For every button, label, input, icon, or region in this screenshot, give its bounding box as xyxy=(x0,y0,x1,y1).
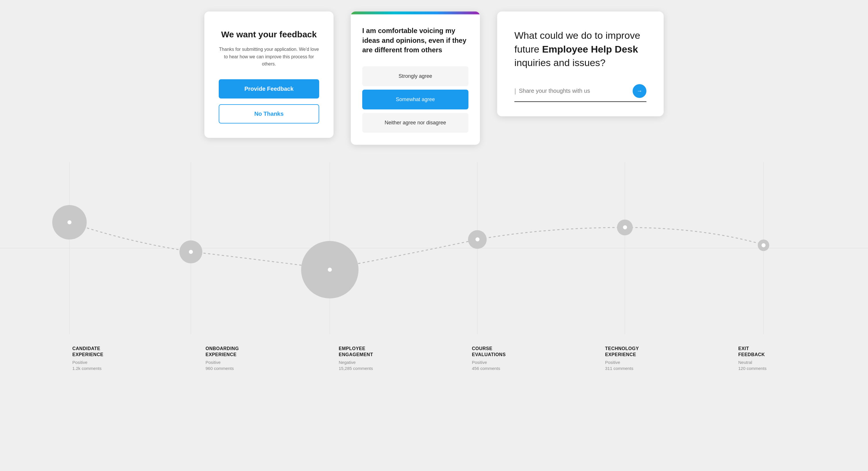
survey-card: I am comfortable voicing my ideas and op… xyxy=(351,11,480,145)
arrow-right-icon: → xyxy=(637,88,642,94)
survey-question: I am comfortable voicing my ideas and op… xyxy=(362,26,468,55)
label-exit-feedback: EXITFEEDBACK Neutral 120 comments xyxy=(738,346,796,371)
bubble-onboarding-experience xyxy=(179,240,203,263)
bubble-dot-6 xyxy=(762,243,766,247)
label-course-evaluations: COURSEEVALUATIONS Positive 456 comments xyxy=(472,346,529,371)
survey-card-content: I am comfortable voicing my ideas and op… xyxy=(351,14,480,133)
label-name-3: EMPLOYEEENGAGEMENT xyxy=(339,346,396,358)
thought-input[interactable] xyxy=(519,88,632,94)
card1-subtitle: Thanks for submitting your application. … xyxy=(219,46,319,68)
label-sentiment-6: Neutral xyxy=(738,360,796,365)
label-sentiment-5: Positive xyxy=(605,360,662,365)
question-text-bold: Employee Help Desk xyxy=(542,43,638,55)
bubble-chart-area: CANDIDATEEXPERIENCE Positive 1.2k commen… xyxy=(0,162,868,420)
chart-labels: CANDIDATEEXPERIENCE Positive 1.2k commen… xyxy=(0,346,868,371)
survey-option-strongly-agree[interactable]: Strongly agree xyxy=(362,66,468,86)
label-count-5: 311 comments xyxy=(605,366,662,371)
bubble-course-evaluations xyxy=(468,230,487,249)
survey-option-neither[interactable]: Neither agree nor disagree xyxy=(362,113,468,133)
submit-thought-button[interactable]: → xyxy=(632,84,646,98)
bubble-dot-1 xyxy=(67,220,71,224)
label-name-2: ONBOARDINGEXPERIENCE xyxy=(206,346,263,358)
label-onboarding-experience: ONBOARDINGEXPERIENCE Positive 960 commen… xyxy=(206,346,263,371)
label-name-6: EXITFEEDBACK xyxy=(738,346,796,358)
label-name-5: TECHNOLOGYEXPERIENCE xyxy=(605,346,662,358)
main-container: We want your feedback Thanks for submitt… xyxy=(0,0,868,471)
input-cursor-icon: | xyxy=(515,87,516,95)
bubble-exit-feedback xyxy=(758,239,769,251)
bubble-candidate-experience xyxy=(52,205,87,239)
label-count-1: 1.2k comments xyxy=(72,366,130,371)
employee-helpdesk-card: What could we do to improve future Emplo… xyxy=(497,11,663,116)
label-candidate-experience: CANDIDATEEXPERIENCE Positive 1.2k commen… xyxy=(72,346,130,371)
label-employee-engagement: EMPLOYEEENGAGEMENT Negative 15,285 comme… xyxy=(339,346,396,371)
label-count-2: 960 comments xyxy=(206,366,263,371)
label-sentiment-3: Negative xyxy=(339,360,396,365)
label-count-6: 120 comments xyxy=(738,366,796,371)
feedback-request-card: We want your feedback Thanks for submitt… xyxy=(205,11,334,138)
helpdesk-question: What could we do to improve future Emplo… xyxy=(515,29,646,70)
bubble-dot-2 xyxy=(189,250,193,254)
label-name-1: CANDIDATEEXPERIENCE xyxy=(72,346,130,358)
label-technology-experience: TECHNOLOGYEXPERIENCE Positive 311 commen… xyxy=(605,346,662,371)
label-sentiment-4: Positive xyxy=(472,360,529,365)
cards-row: We want your feedback Thanks for submitt… xyxy=(0,0,868,145)
bubble-employee-engagement xyxy=(301,241,359,298)
bubble-technology-experience xyxy=(617,219,633,235)
bubble-dot-4 xyxy=(475,237,479,241)
provide-feedback-button[interactable]: Provide Feedback xyxy=(219,79,319,98)
label-name-4: COURSEEVALUATIONS xyxy=(472,346,529,358)
label-sentiment-2: Positive xyxy=(206,360,263,365)
question-text-end: inquiries and issues? xyxy=(515,57,606,68)
survey-option-somewhat-agree[interactable]: Somewhat agree xyxy=(362,90,468,110)
label-sentiment-1: Positive xyxy=(72,360,130,365)
survey-card-gradient xyxy=(351,11,480,14)
bubble-dot-5 xyxy=(623,226,627,230)
chart-svg xyxy=(0,162,868,334)
card1-title: We want your feedback xyxy=(221,29,317,40)
bubble-dot-3 xyxy=(328,268,332,272)
no-thanks-button[interactable]: No Thanks xyxy=(219,104,319,123)
label-count-3: 15,285 comments xyxy=(339,366,396,371)
thought-input-row: | → xyxy=(515,84,646,102)
label-count-4: 456 comments xyxy=(472,366,529,371)
